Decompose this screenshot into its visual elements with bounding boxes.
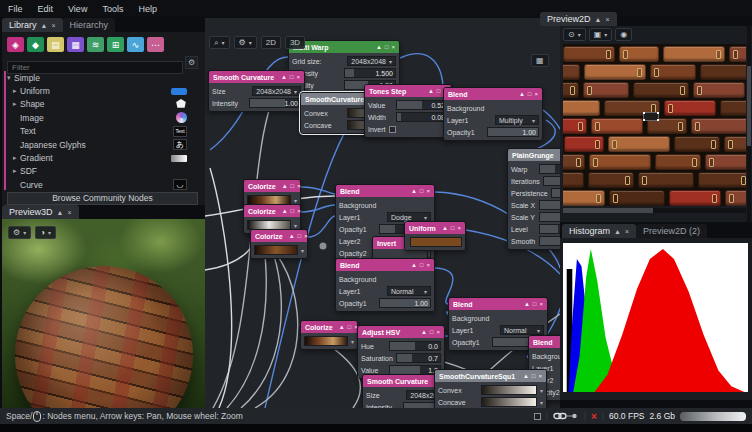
node-preview-icon[interactable]: □ bbox=[291, 183, 295, 189]
param-slider[interactable]: 1.00 bbox=[379, 298, 431, 308]
node-close-icon[interactable]: × bbox=[297, 183, 301, 189]
gradient-editor[interactable] bbox=[254, 245, 298, 255]
node-colorize-4[interactable]: Colorize▲□×▾ bbox=[300, 320, 358, 350]
node-close-icon[interactable]: × bbox=[457, 225, 461, 231]
preview3d-viewport[interactable] bbox=[2, 219, 205, 408]
chevron-down-icon[interactable]: ▾ bbox=[540, 399, 543, 406]
bricks-icon[interactable]: ▤ bbox=[47, 37, 64, 52]
display-dropdown[interactable]: ▣▾ bbox=[589, 28, 613, 41]
node-pin-icon[interactable]: ▲ bbox=[376, 44, 382, 50]
node-pin-icon[interactable]: ▲ bbox=[289, 233, 295, 239]
param-dropdown[interactable]: 2048x2048▾ bbox=[252, 86, 301, 96]
chevron-down-icon[interactable]: ▾ bbox=[301, 247, 304, 254]
node-pin-icon[interactable]: ▲ bbox=[411, 262, 417, 268]
library-item-image[interactable]: Image bbox=[7, 111, 197, 124]
param-dropdown[interactable]: Normal▾ bbox=[500, 325, 544, 335]
node-pin-icon[interactable]: ▲ bbox=[282, 208, 288, 214]
gradient-editor[interactable] bbox=[304, 336, 348, 346]
node-colorize-3[interactable]: Colorize▲□×▾ bbox=[250, 229, 308, 259]
node-preview-icon[interactable]: □ bbox=[348, 324, 352, 330]
reroute-dot[interactable] bbox=[320, 243, 327, 250]
close-icon[interactable]: × bbox=[625, 228, 629, 235]
param-dropdown[interactable]: 2048x2048▾ bbox=[347, 56, 396, 66]
node-close-icon[interactable]: × bbox=[436, 329, 440, 335]
filter-icon[interactable]: ≋ bbox=[87, 37, 104, 52]
library-item-sdf[interactable]: ▸SDF bbox=[7, 165, 197, 178]
grid-snap-button[interactable]: ▦ bbox=[531, 54, 549, 67]
pin-icon[interactable]: ▲ bbox=[57, 209, 64, 216]
node-close-icon[interactable]: × bbox=[296, 74, 300, 80]
expand-arrow-icon[interactable]: ▾ bbox=[7, 74, 14, 82]
node-pin-icon[interactable]: ▲ bbox=[411, 188, 417, 194]
param-slider[interactable] bbox=[539, 224, 560, 234]
node-header[interactable]: Colorize▲□× bbox=[251, 230, 307, 242]
node-pin-icon[interactable]: ▲ bbox=[428, 88, 434, 94]
view-mode-dropdown[interactable]: ⊙▾ bbox=[563, 28, 586, 41]
node-pin-icon[interactable]: ▲ bbox=[339, 324, 345, 330]
node-pin-icon[interactable]: ▲ bbox=[519, 91, 525, 97]
noise-icon[interactable]: ▦ bbox=[67, 37, 84, 52]
node-preview-icon[interactable]: □ bbox=[437, 88, 441, 94]
library-item-gradient[interactable]: ▸Gradient bbox=[7, 151, 197, 164]
param-slider[interactable] bbox=[539, 236, 560, 246]
node-close-icon[interactable]: × bbox=[304, 233, 308, 239]
param-slider[interactable]: 0.52 bbox=[396, 100, 448, 110]
tab-preview2d-2[interactable]: Preview2D (2) bbox=[636, 224, 707, 238]
node-header[interactable]: Blend▲□× bbox=[336, 259, 434, 271]
node-blend-top[interactable]: Blend▲□×BackgroundLayer1Multiply▾Opacity… bbox=[443, 87, 543, 141]
environment-dropdown[interactable]: ◑▾ bbox=[35, 226, 56, 239]
node-pin-icon[interactable]: ▲ bbox=[281, 74, 287, 80]
node-smooth-curvature-squa-bottom[interactable]: SmoothCurvatureSqu1▲□×Convex▾Concave▾ bbox=[434, 369, 547, 408]
preview2d-vscrollbar[interactable] bbox=[747, 26, 751, 222]
param-slider[interactable]: 0.0 bbox=[389, 341, 441, 351]
node-preview-icon[interactable]: □ bbox=[290, 74, 294, 80]
node-header[interactable]: Adjust HSV▲□× bbox=[358, 326, 444, 338]
browse-community-nodes-button[interactable]: Browse Community Nodes bbox=[7, 192, 198, 205]
render-checkbox[interactable] bbox=[534, 413, 541, 420]
node-preview-icon[interactable]: □ bbox=[533, 301, 537, 307]
texture-selection-marker[interactable] bbox=[643, 112, 659, 121]
node-close-icon[interactable]: × bbox=[539, 301, 543, 307]
node-preview-icon[interactable]: □ bbox=[528, 91, 532, 97]
node-preview-icon[interactable]: □ bbox=[430, 329, 434, 335]
filter-settings-button[interactable]: ⚙ bbox=[185, 56, 198, 69]
param-dropdown[interactable]: Normal▾ bbox=[387, 286, 431, 296]
node-header[interactable]: PlainGrunge⚙ bbox=[508, 149, 560, 161]
node-close-icon[interactable]: × bbox=[534, 91, 538, 97]
library-item-shape[interactable]: ▸Shape bbox=[7, 98, 197, 111]
param-dropdown[interactable]: Multiply▾ bbox=[495, 115, 539, 125]
tab-preview2d[interactable]: Preview2D ▲ × bbox=[540, 12, 617, 26]
misc-icon[interactable]: ⋯ bbox=[147, 37, 164, 52]
node-preview-icon[interactable]: □ bbox=[420, 262, 424, 268]
preview-3d-button[interactable]: 3D bbox=[285, 36, 305, 49]
close-icon[interactable]: × bbox=[605, 16, 609, 23]
node-pin-icon[interactable]: ▲ bbox=[421, 329, 427, 335]
color-swatch[interactable] bbox=[410, 237, 462, 247]
node-preview-icon[interactable]: □ bbox=[385, 44, 389, 50]
node-preview-icon[interactable]: □ bbox=[291, 208, 295, 214]
node-header[interactable]: Blend▲□× bbox=[336, 185, 434, 197]
node-header[interactable]: SmoothCurvatureSqu1▲□× bbox=[435, 370, 546, 382]
node-header[interactable]: Uniform▲□× bbox=[405, 222, 465, 234]
node-close-icon[interactable]: × bbox=[391, 44, 395, 50]
menu-help[interactable]: Help bbox=[138, 4, 157, 14]
lock-button[interactable]: ◉ bbox=[615, 28, 632, 41]
node-header[interactable]: Colorize▲□× bbox=[244, 180, 300, 192]
node-preview-icon[interactable]: □ bbox=[298, 233, 302, 239]
expand-arrow-icon[interactable]: ▸ bbox=[13, 87, 20, 95]
node-pin-icon[interactable]: ▲ bbox=[523, 373, 529, 379]
node-adjust-hsv[interactable]: Adjust HSV▲□×Hue0.0Saturation0.7Value1.2 bbox=[357, 325, 445, 379]
node-header[interactable]: Tones Step▲□× bbox=[365, 85, 451, 97]
zoom-dropdown[interactable]: ⌕ ▾ bbox=[209, 36, 230, 49]
gradient-editor[interactable] bbox=[481, 385, 537, 395]
param-slider[interactable] bbox=[543, 176, 560, 186]
param-slider[interactable] bbox=[539, 212, 560, 222]
param-slider[interactable] bbox=[539, 200, 560, 210]
preview2d-viewport[interactable]: ⊙▾▣▾◉ bbox=[560, 26, 752, 222]
node-pin-icon[interactable]: ▲ bbox=[442, 225, 448, 231]
param-checkbox[interactable] bbox=[389, 126, 396, 133]
node-preview-icon[interactable]: □ bbox=[532, 373, 536, 379]
menu-view[interactable]: View bbox=[68, 4, 87, 14]
node-header[interactable]: Blend▲□× bbox=[444, 88, 542, 100]
node-header[interactable]: Colorize▲□× bbox=[244, 205, 300, 217]
